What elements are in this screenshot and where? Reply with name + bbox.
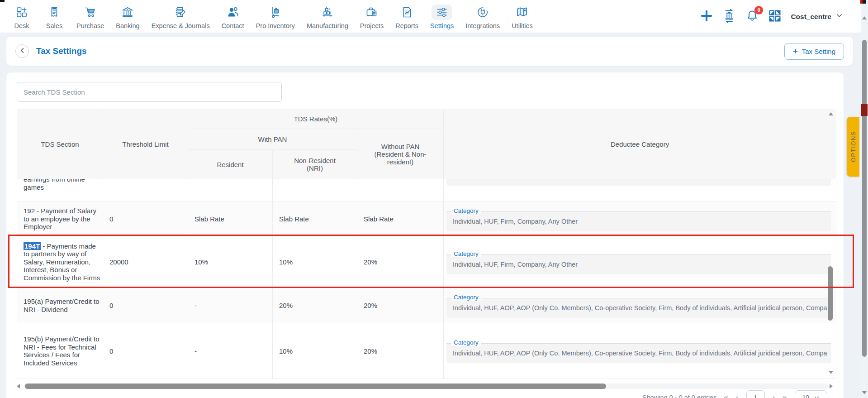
nav-label: Integrations — [465, 22, 500, 29]
current-page-box[interactable]: 1 — [746, 390, 765, 398]
search-input[interactable] — [17, 82, 282, 102]
category-field[interactable]: Category Individual, HUF, Firm, Company,… — [446, 254, 831, 274]
page-scrollbar[interactable] — [861, 0, 868, 398]
tds-table-header: TDS Section Threshold Limit TDS Rates(%)… — [17, 109, 836, 179]
category-field-label: Category — [451, 250, 481, 257]
apps-menu-button[interactable] — [768, 9, 782, 24]
briefcase-icon — [361, 5, 382, 20]
bank-transfer-icon — [722, 9, 736, 25]
table-row-195b[interactable]: 195(b) Payment/Credit to NRI - Fees for … — [17, 323, 836, 379]
category-values: Individual, HUF, Firm, Company, Any Othe… — [446, 255, 831, 268]
nav-item-contact[interactable]: Contact — [216, 5, 250, 29]
nav-item-sales[interactable]: Sales — [38, 5, 71, 29]
screen-corner-artifact — [860, 0, 866, 4]
add-tax-setting-label: Tax Setting — [802, 48, 835, 55]
table-scroll-down-arrow[interactable] — [829, 371, 833, 374]
category-field[interactable] — [446, 179, 831, 186]
without-pan-rate: Slab Rate — [357, 202, 444, 236]
org-name: Cost_centre — [791, 13, 831, 21]
nav-item-utilities[interactable]: Utilities — [506, 5, 539, 29]
options-side-tab[interactable]: OPTIONS — [847, 117, 859, 177]
bank-sync-button[interactable] — [722, 9, 736, 25]
nav-item-banking[interactable]: Banking — [110, 5, 145, 29]
category-field[interactable]: Category Individual, HUF, AOP, AOP (Only… — [446, 343, 831, 363]
nav-item-pro-inventory[interactable]: Pro Inventory — [250, 5, 301, 29]
category-values: Individual, HUF, AOP, AOP (Only Co. Memb… — [446, 344, 831, 357]
category-values: Individual, HUF, Firm, Company, Any Othe… — [446, 212, 831, 225]
map-icon — [512, 5, 532, 20]
tds-section-text: earnings from online games — [24, 179, 101, 192]
navbar-actions: 0 Cost_centre — [700, 0, 843, 33]
nav-item-desk[interactable]: Desk — [5, 5, 38, 29]
horizontal-scroll-thumb[interactable] — [25, 384, 606, 389]
nav-label: Reports — [395, 22, 418, 29]
table-scroll-up-arrow[interactable] — [829, 112, 833, 115]
nav-item-projects[interactable]: Projects — [354, 5, 389, 29]
add-tax-setting-button[interactable]: + Tax Setting — [784, 43, 844, 60]
nav-label: Pro Inventory — [256, 22, 295, 29]
tax-settings-panel: TDS Section Threshold Limit TDS Rates(%)… — [6, 72, 844, 398]
category-field[interactable]: Category Individual, HUF, AOP, AOP (Only… — [446, 298, 831, 318]
nav-label: Banking — [116, 22, 139, 29]
apps-grid-icon — [768, 9, 782, 24]
table-vertical-scrollbar[interactable] — [828, 266, 833, 321]
table-row-195a[interactable]: 195(a) Payment/Credit to NRI - Dividend … — [17, 288, 836, 323]
org-switcher[interactable]: Cost_centre — [791, 12, 843, 21]
plug-icon — [472, 5, 493, 20]
nav-item-expense-journals[interactable]: Expense & Journals — [146, 5, 216, 29]
back-button[interactable] — [15, 44, 29, 58]
page-size-select[interactable]: 10 — [795, 390, 828, 398]
nav-item-purchase[interactable]: Purchase — [71, 5, 110, 29]
people-icon — [223, 5, 243, 20]
category-field[interactable]: Category Individual, HUF, Firm, Company,… — [446, 211, 831, 231]
sliders-icon — [432, 5, 452, 20]
page-scroll-up-arrow[interactable] — [862, 16, 867, 19]
col-header-with-pan: With PAN — [188, 129, 357, 150]
first-page-icon[interactable]: « — [724, 393, 728, 398]
nav-label: Utilities — [512, 22, 533, 29]
col-header-threshold: Threshold Limit — [103, 109, 188, 179]
col-header-non-resident: Non-Resident (NRI) — [273, 150, 357, 179]
scroll-left-arrow[interactable] — [17, 384, 20, 388]
nri-rate: Slab Rate — [273, 202, 357, 236]
selected-text-194T: 194T — [24, 242, 41, 250]
tds-table: TDS Section Threshold Limit TDS Rates(%)… — [17, 109, 836, 379]
notifications-button[interactable]: 0 — [745, 9, 759, 24]
chevron-down-icon — [836, 12, 843, 21]
resident-rate: 10% — [188, 236, 273, 288]
plus-icon: + — [793, 48, 798, 54]
without-pan-rate: 20% — [357, 236, 444, 288]
receipt-icon — [44, 5, 65, 20]
col-header-deductee: Deductee Category — [444, 109, 836, 179]
nav-item-manufacturing[interactable]: Manufacturing — [301, 5, 354, 29]
nav-label: Settings — [430, 22, 454, 29]
col-header-resident: Resident — [188, 150, 273, 179]
screen-corner-artifact — [0, 0, 5, 2]
nav-label: Purchase — [76, 22, 104, 29]
plus-icon — [700, 10, 713, 24]
page-scroll-down-arrow[interactable] — [862, 391, 867, 394]
tds-section-text: 192 - Payment of Salary to an employee b… — [17, 202, 103, 236]
table-row-192[interactable]: 192 - Payment of Salary to an employee b… — [17, 202, 836, 236]
resident-rate: Slab Rate — [188, 202, 273, 236]
without-pan-rate — [357, 179, 444, 202]
quick-add-button[interactable] — [700, 10, 713, 24]
nav-label: Desk — [14, 22, 29, 29]
scroll-right-arrow[interactable] — [830, 384, 833, 388]
last-page-icon[interactable]: » — [783, 393, 787, 398]
table-row-194T-highlighted[interactable]: 194T - Payments made to partners by way … — [17, 236, 836, 288]
options-tab-label: OPTIONS — [850, 131, 857, 162]
page-size-value: 10 — [802, 394, 810, 398]
prev-page-icon[interactable]: ‹ — [736, 393, 739, 398]
nav-item-integrations[interactable]: Integrations — [460, 5, 506, 29]
threshold-value: 20000 — [103, 236, 188, 288]
table-row-partial[interactable]: earnings from online games — [17, 179, 836, 202]
table-horizontal-scrollbar[interactable] — [17, 383, 829, 389]
category-values: Individual, HUF, AOP, AOP (Only Co. Memb… — [446, 298, 831, 312]
pagination-bar: Showing 0 - 0 of 0 entries « ‹ 1 › » 10 — [642, 390, 827, 398]
next-page-icon[interactable]: › — [772, 393, 775, 398]
col-header-tds-section: TDS Section — [17, 109, 103, 179]
page-scroll-thumb[interactable] — [862, 40, 867, 357]
nav-item-settings[interactable]: Settings — [424, 5, 460, 29]
nav-item-reports[interactable]: Reports — [389, 5, 424, 29]
